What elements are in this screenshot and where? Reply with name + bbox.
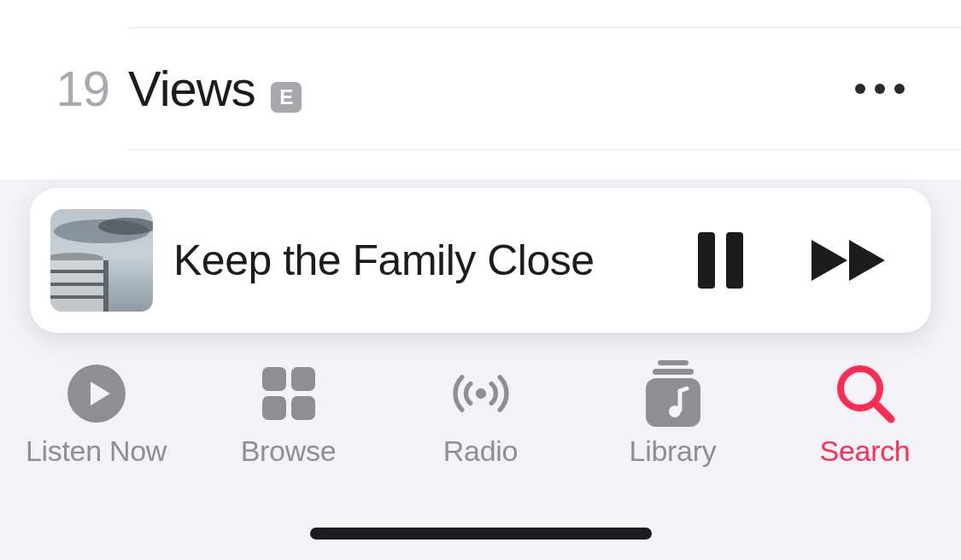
home-indicator[interactable] xyxy=(310,528,652,540)
track-number: 19 xyxy=(0,60,128,117)
tab-label: Radio xyxy=(443,435,518,468)
svg-rect-4 xyxy=(50,260,103,270)
radio-waves-icon xyxy=(450,363,512,424)
tab-radio[interactable]: Radio xyxy=(384,363,577,468)
tab-label: Search xyxy=(820,435,911,468)
play-circle-icon xyxy=(66,363,127,424)
svg-point-17 xyxy=(475,388,485,399)
tab-library[interactable]: Library xyxy=(577,363,769,468)
svg-rect-10 xyxy=(50,299,103,312)
tab-label: Listen Now xyxy=(26,435,167,468)
skip-forward-icon[interactable] xyxy=(810,236,888,284)
svg-rect-14 xyxy=(291,367,315,391)
album-artwork xyxy=(50,209,153,312)
divider xyxy=(128,149,961,150)
explicit-badge: E xyxy=(271,82,302,113)
tab-browse[interactable]: Browse xyxy=(192,363,384,468)
playback-controls xyxy=(698,232,888,289)
svg-rect-15 xyxy=(262,396,286,420)
tab-listen-now[interactable]: Listen Now xyxy=(0,363,192,468)
pause-icon[interactable] xyxy=(698,232,743,289)
svg-rect-8 xyxy=(50,286,103,295)
svg-rect-19 xyxy=(653,369,694,375)
track-row[interactable]: 19 ViewsE xyxy=(0,27,961,149)
tab-label: Library xyxy=(630,435,717,468)
svg-point-21 xyxy=(669,405,681,417)
track-title: ViewsE xyxy=(128,60,302,117)
svg-line-23 xyxy=(875,403,891,419)
now-playing-title: Keep the Family Close xyxy=(173,236,698,285)
grid-icon xyxy=(258,363,319,424)
svg-rect-13 xyxy=(262,367,286,391)
more-icon[interactable] xyxy=(855,84,905,94)
svg-rect-11 xyxy=(103,260,108,312)
svg-rect-9 xyxy=(50,295,103,299)
tab-label: Browse xyxy=(241,435,337,468)
tab-bar: Listen Now Browse Radio xyxy=(0,363,961,504)
svg-rect-5 xyxy=(50,270,103,273)
search-icon xyxy=(835,363,896,424)
svg-rect-6 xyxy=(50,273,103,283)
tab-search[interactable]: Search xyxy=(769,363,961,468)
svg-rect-16 xyxy=(291,396,315,420)
now-playing-bar[interactable]: Keep the Family Close xyxy=(30,188,931,333)
svg-rect-20 xyxy=(646,378,700,427)
svg-rect-18 xyxy=(658,360,689,365)
library-icon xyxy=(642,363,704,424)
svg-rect-7 xyxy=(50,283,103,286)
track-list: 19 ViewsE xyxy=(0,0,961,179)
